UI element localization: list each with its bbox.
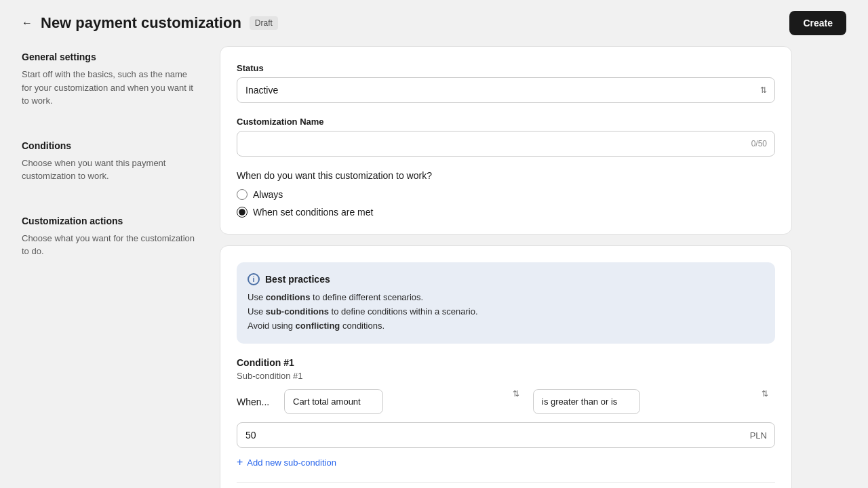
conflicting-bold: conflicting (296, 321, 340, 331)
best-practices-title: Best practices (265, 274, 330, 285)
status-select-wrapper: Inactive Active ⇅ (237, 77, 775, 103)
when-label: When... (237, 396, 277, 407)
back-icon: ← (22, 17, 33, 29)
best-practices-header: i Best practices (248, 273, 764, 285)
cart-total-select[interactable]: Cart total amount (284, 389, 383, 414)
when-question-text: When do you want this customization to w… (237, 170, 775, 181)
value-input-wrapper: PLN (237, 422, 775, 448)
status-group: Status Inactive Active ⇅ (237, 63, 775, 103)
value-input-row: PLN (237, 422, 775, 448)
status-select[interactable]: Inactive Active (237, 77, 775, 103)
customization-name-group: Customization Name 0/50 (237, 117, 775, 157)
add-sub-icon: + (237, 456, 243, 468)
customization-name-input[interactable] (237, 131, 775, 157)
sidebar-conditions-desc: Choose when you want this payment custom… (22, 157, 198, 183)
sub-conditions-bold: sub-conditions (266, 306, 329, 317)
sidebar-general-desc: Start off with the basics, such as the n… (22, 68, 198, 108)
radio-conditions-input[interactable] (237, 207, 248, 218)
radio-conditions-text: When set conditions are met (253, 207, 373, 218)
operator-select[interactable]: is greater than or is (533, 389, 640, 414)
when-question-group: When do you want this customization to w… (237, 170, 775, 218)
best-practices-box: i Best practices Use conditions to defin… (237, 262, 775, 344)
sidebar-conditions: Conditions Choose when you want this pay… (22, 140, 198, 183)
page-title: New payment customization (41, 14, 241, 32)
sidebar-conditions-title: Conditions (22, 140, 198, 151)
best-practices-line3: Avoid using conflicting conditions. (248, 319, 764, 333)
condition-1-title: Condition #1 (237, 357, 775, 368)
sidebar: General settings Start off with the basi… (22, 46, 198, 488)
sidebar-actions: Customization actions Choose what you wa… (22, 216, 198, 258)
cart-total-select-wrapper: Cart total amount ⇅ (284, 389, 526, 414)
back-button[interactable]: ← (22, 17, 33, 29)
info-icon: i (248, 273, 260, 285)
currency-label: PLN (750, 430, 767, 441)
main-content: General settings Start off with the basi… (0, 46, 814, 488)
customization-name-counter: 0/50 (751, 139, 767, 148)
operator-select-arrow: ⇅ (762, 389, 768, 399)
divider (237, 482, 775, 483)
sidebar-actions-desc: Choose what you want for the customizati… (22, 232, 198, 258)
sidebar-general-settings: General settings Start off with the basi… (22, 52, 198, 108)
radio-always-text: Always (253, 189, 283, 200)
radio-always-label[interactable]: Always (237, 189, 775, 200)
cart-total-select-arrow: ⇅ (513, 389, 519, 399)
header-left: ← New payment customization Draft (22, 14, 278, 32)
value-input[interactable] (237, 422, 775, 448)
add-sub-condition-label: Add new sub-condition (247, 458, 336, 468)
page-header: ← New payment customization Draft Create (0, 0, 868, 46)
status-label: Status (237, 63, 775, 73)
create-button[interactable]: Create (789, 11, 846, 35)
best-practices-line2: Use sub-conditions to define conditions … (248, 305, 764, 319)
conditions-bold: conditions (266, 292, 311, 302)
general-settings-card: Status Inactive Active ⇅ Customization N… (220, 46, 792, 235)
sidebar-actions-title: Customization actions (22, 216, 198, 226)
sub-condition-1-title: Sub-condition #1 (237, 371, 775, 381)
customization-name-wrapper: 0/50 (237, 131, 775, 157)
radio-group: Always When set conditions are met (237, 189, 775, 218)
when-row: When... Cart total amount ⇅ is greater t… (237, 389, 775, 414)
best-practices-line1: Use conditions to define different scena… (248, 291, 764, 305)
customization-name-label: Customization Name (237, 117, 775, 127)
draft-badge: Draft (250, 16, 278, 30)
radio-always-input[interactable] (237, 189, 248, 200)
right-panel: Status Inactive Active ⇅ Customization N… (220, 46, 792, 488)
sidebar-general-title: General settings (22, 52, 198, 62)
add-sub-condition-button[interactable]: + Add new sub-condition (237, 453, 336, 471)
operator-select-wrapper: is greater than or is ⇅ (533, 389, 775, 414)
conditions-card: i Best practices Use conditions to defin… (220, 245, 792, 488)
radio-conditions-label[interactable]: When set conditions are met (237, 207, 775, 218)
